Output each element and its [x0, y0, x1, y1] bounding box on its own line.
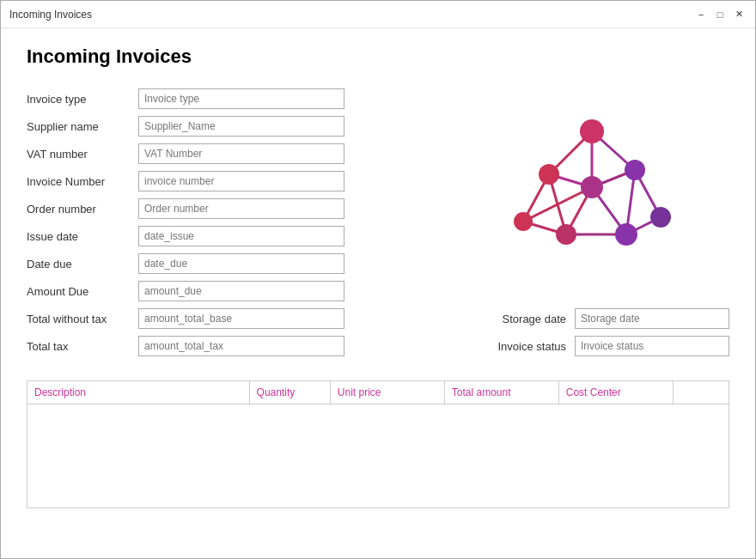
main-window: Incoming Invoices − □ ✕ Incoming Invoice…: [0, 0, 756, 559]
svg-point-16: [539, 164, 559, 185]
minimize-button[interactable]: −: [693, 7, 709, 22]
form-label-3: Invoice Number: [27, 175, 138, 188]
form-input-0[interactable]: [138, 88, 344, 109]
svg-point-19: [514, 212, 533, 231]
right-form-input-1[interactable]: [575, 336, 729, 356]
svg-point-20: [556, 224, 576, 245]
form-label-7: Amount Due: [27, 285, 138, 298]
svg-point-21: [615, 223, 637, 246]
table-body: [27, 404, 729, 507]
svg-point-17: [625, 160, 645, 180]
content-area: Incoming Invoices Invoice typeSupplier n…: [1, 28, 755, 558]
form-label-4: Order number: [27, 203, 138, 216]
form-input-5[interactable]: [138, 226, 344, 246]
right-form-label-1: Invoice status: [472, 340, 566, 353]
maximize-button[interactable]: □: [712, 7, 728, 22]
right-form-input-0[interactable]: [575, 308, 729, 329]
form-label-0: Invoice type: [27, 93, 138, 106]
left-panel: Invoice typeSupplier nameVAT numberInvoi…: [27, 88, 437, 363]
form-label-6: Date due: [27, 258, 138, 270]
close-button[interactable]: ✕: [731, 7, 747, 22]
svg-point-18: [581, 176, 603, 198]
form-input-3[interactable]: [138, 171, 344, 191]
form-row-6: Date due: [27, 253, 437, 274]
svg-point-15: [580, 119, 604, 143]
form-row-0: Invoice type: [27, 88, 437, 109]
table-header: Description Quantity Unit price Total am…: [27, 381, 729, 404]
form-label-1: Supplier name: [27, 120, 138, 133]
window-title: Incoming Invoices: [9, 9, 92, 21]
form-row-9: Total tax: [27, 336, 437, 356]
page-title: Incoming Invoices: [27, 46, 729, 68]
form-row-2: VAT number: [27, 143, 437, 164]
col-header-total-amount: Total amount: [445, 381, 559, 404]
form-input-6[interactable]: [138, 253, 344, 274]
form-row-8: Total without tax: [27, 308, 437, 329]
col-header-cost-center: Cost Center: [559, 381, 674, 404]
form-input-7[interactable]: [138, 281, 344, 301]
form-row-4: Order number: [27, 198, 437, 219]
table-section: Description Quantity Unit price Total am…: [27, 380, 729, 508]
right-fields: Storage dateInvoice status: [454, 300, 729, 363]
main-area: Invoice typeSupplier nameVAT numberInvoi…: [27, 88, 729, 363]
col-header-quantity: Quantity: [250, 381, 331, 404]
form-input-2[interactable]: [138, 143, 344, 164]
col-header-unit-price: Unit price: [331, 381, 445, 404]
form-label-9: Total tax: [27, 340, 138, 353]
form-label-2: VAT number: [27, 148, 138, 161]
form-input-1[interactable]: [138, 116, 344, 137]
network-graph: [497, 97, 686, 277]
title-bar: Incoming Invoices − □ ✕: [1, 1, 755, 28]
form-row-7: Amount Due: [27, 281, 437, 301]
form-input-4[interactable]: [138, 198, 344, 219]
right-panel: Storage dateInvoice status: [454, 88, 729, 363]
right-form-label-0: Storage date: [472, 313, 566, 325]
form-label-8: Total without tax: [27, 313, 138, 325]
col-header-description: Description: [27, 381, 250, 404]
title-bar-buttons: − □ ✕: [693, 7, 747, 22]
right-form-row-1: Invoice status: [454, 336, 729, 356]
form-row-1: Supplier name: [27, 116, 437, 137]
form-row-3: Invoice Number: [27, 171, 437, 191]
form-input-8[interactable]: [138, 308, 344, 329]
form-input-9[interactable]: [138, 336, 344, 356]
form-label-5: Issue date: [27, 230, 138, 243]
svg-point-22: [650, 207, 671, 228]
form-row-5: Issue date: [27, 226, 437, 246]
right-form-row-0: Storage date: [454, 308, 729, 329]
col-header-extra: [674, 381, 729, 404]
